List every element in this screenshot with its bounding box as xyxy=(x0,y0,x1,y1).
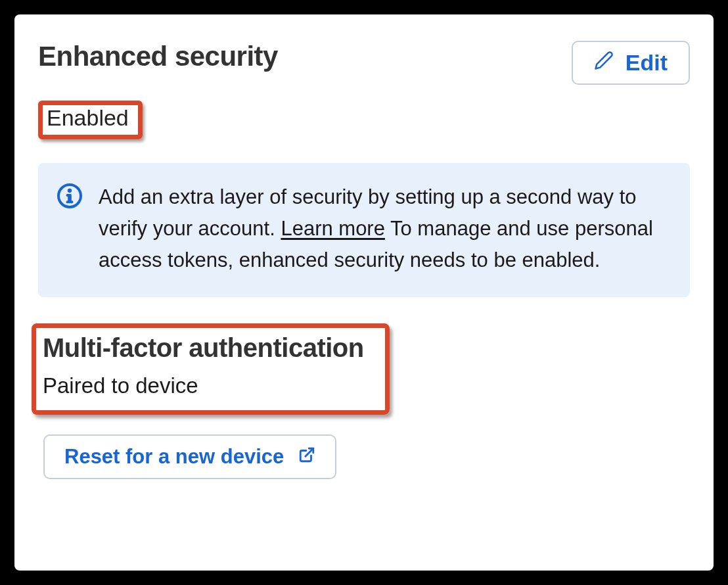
reset-device-button[interactable]: Reset for a new device xyxy=(43,434,336,479)
enhanced-security-title: Enhanced security xyxy=(38,41,278,72)
external-link-icon xyxy=(298,445,315,469)
pencil-icon xyxy=(594,50,614,76)
enhanced-security-status: Enabled xyxy=(41,105,131,132)
header-row: Enhanced security Edit xyxy=(38,41,690,85)
learn-more-link[interactable]: Learn more xyxy=(281,217,385,240)
svg-line-5 xyxy=(306,448,313,456)
status-highlight: Enabled xyxy=(38,101,143,139)
edit-button[interactable]: Edit xyxy=(572,41,690,85)
svg-rect-3 xyxy=(66,194,71,197)
security-panel: Enhanced security Edit Enabled Add an ex… xyxy=(14,14,714,571)
reset-device-button-label: Reset for a new device xyxy=(64,445,284,469)
svg-rect-4 xyxy=(66,200,74,203)
info-callout: Add an extra layer of security by settin… xyxy=(38,163,690,297)
edit-button-label: Edit xyxy=(626,50,668,76)
mfa-status: Paired to device xyxy=(43,373,364,398)
mfa-title: Multi-factor authentication xyxy=(43,333,364,363)
mfa-highlight: Multi-factor authentication Paired to de… xyxy=(32,323,390,415)
info-icon xyxy=(57,183,83,276)
svg-point-1 xyxy=(68,189,72,193)
info-text: Add an extra layer of security by settin… xyxy=(99,181,668,276)
